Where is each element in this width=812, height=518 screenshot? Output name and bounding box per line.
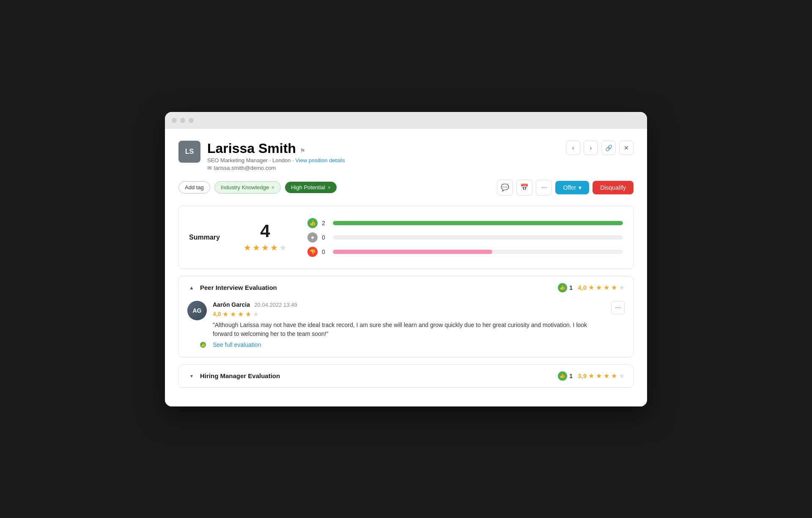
- hiring-eval-title: Hiring Manager Evaluation: [200, 372, 558, 379]
- hiring-star-3: ★: [604, 372, 609, 380]
- review-rating: 4,0 ★ ★ ★ ★ ★: [213, 310, 605, 318]
- view-position-link[interactable]: View position details: [295, 157, 345, 164]
- reviewer-thumb-badge: 👍: [199, 341, 207, 349]
- reviewer-avatar-img: AG: [187, 301, 207, 320]
- summary-card: Summary 4 ★ ★ ★ ★ ★ 👍 2: [178, 206, 634, 269]
- score-number: 4: [240, 222, 291, 240]
- up-bar-track: [333, 221, 623, 225]
- reviewer-header: Aarón Garcia 20.04.2022 13:49: [213, 301, 605, 308]
- star-4: ★: [270, 243, 278, 253]
- rating-bar-down: 👎 0: [307, 247, 623, 257]
- header-actions: ‹ › 🔗 ✕: [566, 141, 634, 155]
- chat-button[interactable]: 💬: [497, 180, 513, 196]
- peer-thumbs-count: 👍 1: [558, 283, 573, 292]
- more-actions-button[interactable]: ···: [536, 180, 552, 196]
- peer-eval-meta: 👍 1 4,0 ★ ★ ★ ★ ★: [558, 283, 625, 292]
- rating-bar-neutral: ● 0: [307, 232, 623, 243]
- hiring-eval-score: 3,9: [578, 372, 587, 379]
- disqualify-button[interactable]: Disqualify: [593, 181, 634, 194]
- tags-row: Add tag Industry Knowledge × High Potent…: [178, 180, 634, 196]
- candidate-details: Larissa Smith ⚑ SEO Marketing Manager · …: [207, 141, 345, 171]
- up-bar-fill: [333, 221, 623, 225]
- add-tag-button[interactable]: Add tag: [178, 181, 210, 194]
- star-5: ★: [279, 243, 287, 253]
- avatar: LS: [178, 141, 200, 163]
- thumbs-down-icon: 👎: [307, 247, 318, 257]
- prev-button[interactable]: ‹: [566, 141, 580, 155]
- review-star-3: ★: [238, 310, 244, 318]
- browser-window: LS Larissa Smith ⚑ SEO Marketing Manager…: [165, 112, 647, 406]
- calendar-icon: 📅: [520, 183, 529, 191]
- hiring-eval-stars: 3,9 ★ ★ ★ ★ ★: [578, 372, 625, 380]
- review-star-1: ★: [222, 310, 228, 318]
- tags-right-actions: 💬 📅 ··· Offer ▾ Disqualify: [497, 180, 634, 196]
- hiring-star-5: ★: [619, 372, 625, 380]
- remove-potential-tag-icon[interactable]: ×: [328, 185, 331, 191]
- peer-star-1: ★: [588, 284, 594, 292]
- hiring-star-1: ★: [588, 372, 594, 380]
- reviewer-avatar-container: AG 👍: [187, 301, 207, 349]
- browser-content: LS Larissa Smith ⚑ SEO Marketing Manager…: [165, 129, 647, 406]
- peer-eval-score: 4,0: [578, 284, 587, 291]
- peer-eval-title: Peer Interview Evaluation: [200, 284, 558, 291]
- hiring-manager-eval-header[interactable]: ▾ Hiring Manager Evaluation 👍 1 3,9 ★ ★ …: [179, 365, 633, 387]
- next-button[interactable]: ›: [584, 141, 598, 155]
- summary-stars: ★ ★ ★ ★ ★: [240, 243, 291, 253]
- peer-eval-header[interactable]: ▲ Peer Interview Evaluation 👍 1 4,0 ★ ★ …: [179, 276, 633, 299]
- hiring-chevron-icon: ▾: [187, 372, 196, 380]
- traffic-light-yellow: [180, 118, 185, 123]
- star-3: ★: [261, 243, 269, 253]
- thumbs-up-icon: 👍: [307, 218, 318, 228]
- chevron-down-icon: ▾: [579, 184, 582, 191]
- close-button[interactable]: ✕: [619, 141, 634, 155]
- summary-label: Summary: [189, 234, 223, 241]
- candidate-email: ✉ larissa.smith@demo.com: [207, 165, 345, 171]
- remove-industry-tag-icon[interactable]: ×: [272, 185, 274, 191]
- chat-icon: 💬: [501, 183, 509, 191]
- candidate-info: LS Larissa Smith ⚑ SEO Marketing Manager…: [178, 141, 345, 171]
- peer-chevron-icon: ▲: [187, 284, 196, 292]
- tag-high-potential[interactable]: High Potential ×: [285, 182, 337, 193]
- peer-star-4: ★: [611, 284, 617, 292]
- link-icon: 🔗: [605, 144, 612, 151]
- rating-bars: 👍 2 ● 0 👎 0: [307, 218, 623, 257]
- star-2: ★: [252, 243, 260, 253]
- hiring-star-2: ★: [596, 372, 602, 380]
- down-count: 0: [322, 248, 329, 255]
- candidate-name: Larissa Smith ⚑: [207, 141, 345, 156]
- peer-eval-stars: 4,0 ★ ★ ★ ★ ★: [578, 284, 625, 292]
- peer-star-2: ★: [596, 284, 602, 292]
- hiring-eval-meta: 👍 1 3,9 ★ ★ ★ ★ ★: [558, 371, 625, 381]
- hiring-manager-eval-section: ▾ Hiring Manager Evaluation 👍 1 3,9 ★ ★ …: [178, 364, 634, 388]
- review-text: "Although Larissa may not have the ideal…: [213, 321, 605, 338]
- link-button[interactable]: 🔗: [601, 141, 616, 155]
- flag-icon: ⚑: [300, 147, 305, 154]
- hiring-star-4: ★: [611, 372, 617, 380]
- neutral-count: 0: [322, 234, 329, 241]
- traffic-light-red: [172, 118, 177, 123]
- peer-star-3: ★: [604, 284, 609, 292]
- offer-button[interactable]: Offer ▾: [555, 181, 589, 194]
- peer-eval-section: ▲ Peer Interview Evaluation 👍 1 4,0 ★ ★ …: [178, 276, 634, 357]
- review-star-2: ★: [230, 310, 236, 318]
- summary-content: Summary 4 ★ ★ ★ ★ ★ 👍 2: [189, 218, 623, 257]
- review-score: 4,0: [213, 311, 221, 317]
- review-content: Aarón Garcia 20.04.2022 13:49 4,0 ★ ★ ★ …: [213, 301, 605, 349]
- candidate-header: LS Larissa Smith ⚑ SEO Marketing Manager…: [178, 141, 634, 171]
- rating-bar-up: 👍 2: [307, 218, 623, 228]
- email-icon: ✉: [207, 165, 212, 171]
- neutral-bar-track: [333, 235, 623, 240]
- browser-chrome: [165, 112, 647, 129]
- reviewer-avatar: AG: [187, 301, 207, 320]
- peer-eval-body: AG 👍 Aarón Garcia 20.04.2022 13:49 4,0 ★…: [179, 301, 633, 357]
- up-count: 2: [322, 220, 329, 226]
- traffic-light-green: [189, 118, 194, 123]
- review-more-button[interactable]: ···: [611, 301, 625, 314]
- down-bar-fill: [333, 250, 492, 254]
- tag-industry-knowledge[interactable]: Industry Knowledge ×: [214, 181, 281, 194]
- calendar-button[interactable]: 📅: [516, 180, 532, 196]
- see-full-evaluation-link[interactable]: See full evaluation: [213, 341, 261, 348]
- summary-score: 4 ★ ★ ★ ★ ★: [240, 222, 291, 253]
- thumbs-neutral-icon: ●: [307, 232, 318, 243]
- down-bar-track: [333, 250, 623, 254]
